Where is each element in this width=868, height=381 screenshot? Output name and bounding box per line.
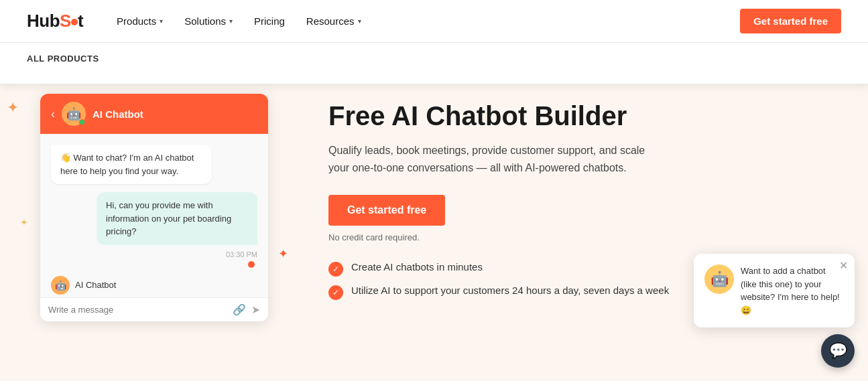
sparkle-dot <box>248 261 255 268</box>
popup-close-button[interactable]: ✕ <box>839 259 848 272</box>
nav-item-pricing[interactable]: Pricing <box>245 10 294 32</box>
chat-agent-name: AI Chatbot <box>92 108 143 120</box>
chat-message-input[interactable] <box>48 305 227 315</box>
chat-fab-button[interactable]: 💬 <box>821 334 855 368</box>
check-icon: ✓ <box>328 262 343 277</box>
popup-text: Want to add a chatbot (like this one) to… <box>741 264 844 317</box>
nav-item-products[interactable]: Products ▾ <box>107 10 172 32</box>
attachment-icon[interactable]: 🔗 <box>233 303 246 316</box>
dropdown-heading: All Products <box>27 54 841 64</box>
back-icon[interactable]: ‹ <box>51 107 55 121</box>
send-icon[interactable]: ➤ <box>251 303 260 316</box>
user-message: Hi, can you provide me with information … <box>97 192 257 245</box>
nav-cta-button[interactable]: Get started free <box>740 9 841 33</box>
chevron-down-icon: ▾ <box>358 17 361 25</box>
footer-avatar: 🤖 <box>51 276 70 295</box>
feature-text-1: Create AI chatbots in minutes <box>351 261 483 273</box>
chevron-down-icon: ▾ <box>160 17 163 25</box>
avatar: 🤖 <box>62 102 86 126</box>
chat-widget[interactable]: ‹ 🤖 AI Chatbot 👋 Want to chat? I'm an AI… <box>40 94 268 321</box>
chat-widget-wrapper: ✦ ‹ 🤖 AI Chatbot 👋 Want to chat? I'm an … <box>27 94 275 321</box>
chat-footer-label: 🤖 AI Chatbot <box>40 269 268 297</box>
page-subtitle: Qualify leads, book meetings, provide cu… <box>328 142 664 176</box>
footer-agent-name: AI Chatbot <box>75 280 116 290</box>
chat-messages: 👋 Want to chat? I'm an AI chatbot here t… <box>40 134 268 269</box>
nav-items: Products ▾ Solutions ▾ Pricing Resources… <box>107 10 740 32</box>
sparkle-icon-br: ✦ <box>278 246 288 261</box>
popup-bot-avatar: 🤖 <box>704 264 734 294</box>
nav-item-resources[interactable]: Resources ▾ <box>297 10 371 32</box>
check-icon: ✓ <box>328 285 343 300</box>
no-credit-card-text: No credit card required. <box>328 232 841 242</box>
chat-action-icons: 🔗 ➤ <box>233 303 260 316</box>
hero-cta-button[interactable]: Get started free <box>328 195 445 226</box>
chat-widget-header: ‹ 🤖 AI Chatbot <box>40 94 268 134</box>
feature-text-2: Utilize AI to support your customers 24 … <box>351 285 669 296</box>
main-content: ✦ ‹ 🤖 AI Chatbot 👋 Want to chat? I'm an … <box>0 67 868 381</box>
logo[interactable]: HubSt <box>27 11 83 31</box>
products-dropdown: All Products <box>0 43 868 84</box>
navbar: HubSt Products ▾ Solutions ▾ Pricing Res… <box>0 0 868 43</box>
popup-content: Want to add a chatbot (like this one) to… <box>741 264 844 317</box>
chat-fab-icon: 💬 <box>829 342 847 360</box>
sparkle-icon-bl: ✦ <box>20 217 28 228</box>
chatbot-popup: 🤖 Want to add a chatbot (like this one) … <box>694 254 855 327</box>
chevron-down-icon: ▾ <box>229 17 233 25</box>
logo-text: HubSt <box>27 11 83 31</box>
nav-item-solutions[interactable]: Solutions ▾ <box>175 10 242 32</box>
chat-input-row[interactable]: 🔗 ➤ <box>40 297 268 321</box>
page-title: Free AI Chatbot Builder <box>328 100 841 131</box>
message-timestamp: 03:30 PM <box>51 250 257 258</box>
bot-message: 👋 Want to chat? I'm an AI chatbot here t… <box>51 145 212 184</box>
online-status-dot <box>79 119 85 125</box>
sparkle-icon: ✦ <box>7 100 19 115</box>
